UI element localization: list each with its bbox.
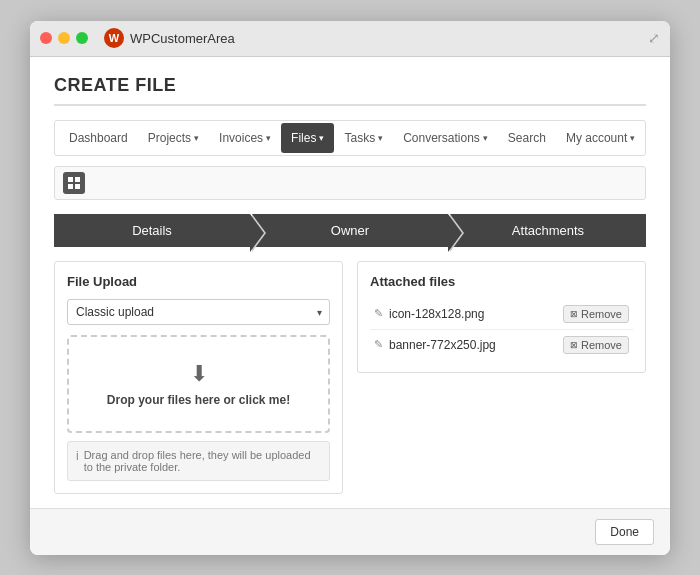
steps-bar: Details Owner Attachments: [54, 214, 646, 247]
file-name: icon-128x128.png: [389, 307, 557, 321]
drop-zone-text: Drop your files here or click me!: [85, 393, 312, 407]
info-icon: i: [76, 449, 79, 463]
nav-item-invoices[interactable]: Invoices ▾: [209, 123, 281, 153]
chevron-down-icon: ▾: [378, 133, 383, 143]
toolbar-bar: [54, 166, 646, 200]
nav-item-conversations[interactable]: Conversations ▾: [393, 123, 498, 153]
expand-icon[interactable]: ⤢: [648, 30, 660, 46]
wp-logo-icon: W: [104, 28, 124, 48]
minimize-button[interactable]: [58, 32, 70, 44]
maximize-button[interactable]: [76, 32, 88, 44]
svg-rect-0: [68, 177, 73, 182]
file-upload-title: File Upload: [67, 274, 330, 289]
drop-zone[interactable]: ⬇ Drop your files here or click me!: [67, 335, 330, 433]
svg-rect-3: [75, 184, 80, 189]
svg-rect-1: [75, 177, 80, 182]
grid-icon[interactable]: [63, 172, 85, 194]
list-item: ✎ banner-772x250.jpg ⊠ Remove: [370, 330, 633, 360]
attached-files-list: ✎ icon-128x128.png ⊠ Remove ✎ banner-772…: [370, 299, 633, 360]
hint-text: Drag and drop files here, they will be u…: [84, 449, 321, 473]
upload-icon: ⬇: [85, 361, 312, 387]
file-check-icon: ✎: [374, 307, 383, 320]
list-item: ✎ icon-128x128.png ⊠ Remove: [370, 299, 633, 330]
file-check-icon: ✎: [374, 338, 383, 351]
attached-files-card: Attached files ✎ icon-128x128.png ⊠ Remo…: [357, 261, 646, 373]
file-name: banner-772x250.jpg: [389, 338, 557, 352]
file-upload-card: File Upload Classic uploadFTP upload ▾ ⬇…: [54, 261, 343, 494]
chevron-down-icon: ▾: [194, 133, 199, 143]
app-title: W WPCustomerArea: [104, 28, 235, 48]
nav-item-search[interactable]: Search: [498, 123, 556, 153]
done-button[interactable]: Done: [595, 519, 654, 545]
remove-icon: ⊠: [570, 340, 578, 350]
nav-item-dashboard[interactable]: Dashboard: [59, 123, 138, 153]
drop-hint: i Drag and drop files here, they will be…: [67, 441, 330, 481]
nav-item-myaccount[interactable]: My account ▾: [556, 123, 645, 153]
step-owner[interactable]: Owner: [252, 214, 448, 247]
upload-type-select[interactable]: Classic uploadFTP upload: [67, 299, 330, 325]
main-columns: File Upload Classic uploadFTP upload ▾ ⬇…: [54, 261, 646, 494]
footer-bar: Done: [30, 508, 670, 555]
svg-rect-2: [68, 184, 73, 189]
chevron-down-icon: ▾: [483, 133, 488, 143]
upload-type-select-wrapper: Classic uploadFTP upload ▾: [67, 299, 330, 325]
nav-item-tasks[interactable]: Tasks ▾: [334, 123, 393, 153]
attached-files-section: Attached files ✎ icon-128x128.png ⊠ Remo…: [357, 261, 646, 494]
page-title: CREATE FILE: [54, 75, 646, 106]
chevron-down-icon: ▾: [266, 133, 271, 143]
remove-file-button[interactable]: ⊠ Remove: [563, 336, 629, 354]
nav-bar: Dashboard Projects ▾ Invoices ▾ Files ▾ …: [54, 120, 646, 156]
app-window: W WPCustomerArea ⤢ CREATE FILE Dashboard…: [30, 21, 670, 555]
step-attachments[interactable]: Attachments: [450, 214, 646, 247]
chevron-down-icon: ▾: [319, 133, 324, 143]
step-details[interactable]: Details: [54, 214, 250, 247]
remove-file-button[interactable]: ⊠ Remove: [563, 305, 629, 323]
nav-item-files[interactable]: Files ▾: [281, 123, 334, 153]
attached-files-title: Attached files: [370, 274, 633, 289]
remove-icon: ⊠: [570, 309, 578, 319]
nav-item-projects[interactable]: Projects ▾: [138, 123, 209, 153]
close-button[interactable]: [40, 32, 52, 44]
file-upload-section: File Upload Classic uploadFTP upload ▾ ⬇…: [54, 261, 343, 494]
titlebar: W WPCustomerArea ⤢: [30, 21, 670, 57]
chevron-down-icon: ▾: [630, 133, 635, 143]
page-content: CREATE FILE Dashboard Projects ▾ Invoice…: [30, 57, 670, 494]
